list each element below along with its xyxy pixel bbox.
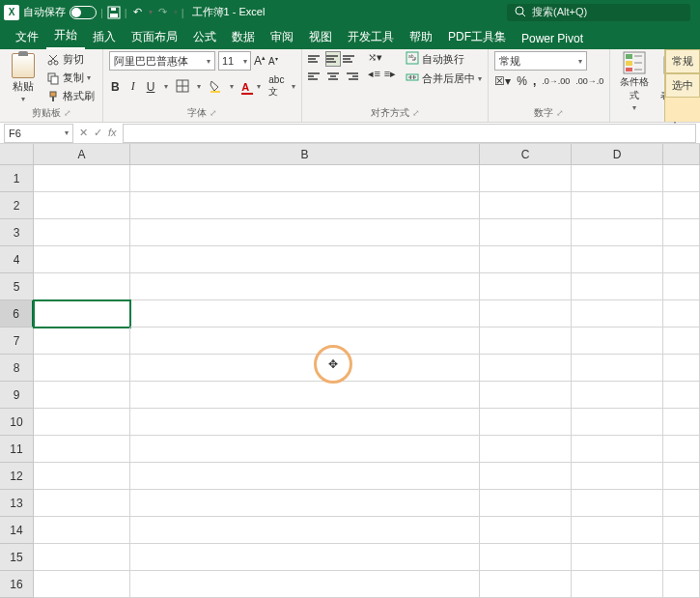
search-box[interactable]: 搜索(Alt+Q)	[507, 4, 690, 21]
cell[interactable]	[130, 273, 480, 300]
cell[interactable]	[663, 571, 700, 598]
cell[interactable]	[663, 544, 700, 571]
cell[interactable]	[572, 517, 663, 544]
autosave-toggle[interactable]	[70, 6, 97, 19]
cell[interactable]	[572, 436, 663, 463]
redo-icon[interactable]: ↷	[156, 6, 170, 19]
cell[interactable]	[572, 327, 663, 355]
column-header[interactable]: D	[572, 144, 663, 165]
cell[interactable]	[34, 571, 130, 598]
fill-color-button[interactable]	[209, 79, 222, 95]
row-header[interactable]: 5	[0, 273, 34, 300]
cell[interactable]	[572, 355, 663, 382]
increase-indent-icon[interactable]: ≡▸	[384, 68, 396, 80]
cell[interactable]	[572, 219, 663, 246]
cell[interactable]	[572, 300, 663, 327]
cell[interactable]	[34, 219, 130, 246]
cell[interactable]	[130, 382, 480, 409]
cell[interactable]	[572, 571, 663, 598]
cell[interactable]	[34, 246, 130, 273]
cell[interactable]	[34, 273, 130, 300]
cell[interactable]	[572, 490, 663, 517]
cell[interactable]	[34, 327, 130, 355]
cell[interactable]	[480, 355, 572, 382]
decrease-decimal-button[interactable]: .00→.0	[575, 76, 603, 86]
align-right-icon[interactable]	[343, 69, 358, 84]
cell[interactable]	[480, 192, 572, 219]
cell[interactable]	[663, 409, 700, 436]
tab-insert[interactable]: 插入	[85, 25, 124, 49]
tab-view[interactable]: 视图	[301, 25, 340, 49]
row-header[interactable]: 3	[0, 219, 34, 246]
cell[interactable]	[34, 544, 130, 571]
copy-button[interactable]: 复制 ▾	[44, 70, 97, 86]
cell[interactable]	[572, 544, 663, 571]
cell[interactable]	[34, 490, 130, 517]
cell[interactable]	[130, 355, 480, 382]
row-header[interactable]: 10	[0, 409, 34, 436]
cell[interactable]	[130, 192, 480, 219]
cell[interactable]	[130, 490, 480, 517]
cell[interactable]	[130, 544, 480, 571]
phonetic-button[interactable]: abc文	[268, 74, 284, 99]
tab-developer[interactable]: 开发工具	[340, 25, 402, 49]
font-name-dropdown[interactable]: 阿里巴巴普惠体 ▾	[109, 51, 215, 71]
cell[interactable]	[480, 382, 572, 409]
enter-icon[interactable]: ✓	[94, 127, 102, 139]
cell[interactable]	[572, 409, 663, 436]
cell[interactable]	[34, 382, 130, 409]
increase-font-icon[interactable]: A▴	[254, 54, 266, 68]
row-header[interactable]: 11	[0, 436, 34, 463]
redo-menu-icon[interactable]: ▾	[174, 8, 178, 16]
dialog-launcher-icon[interactable]: ⤢	[210, 108, 217, 118]
align-middle-icon[interactable]	[325, 51, 341, 67]
decrease-font-icon[interactable]: A▾	[268, 55, 278, 67]
cell[interactable]	[34, 300, 130, 327]
cell[interactable]	[663, 517, 700, 544]
cell[interactable]	[572, 463, 663, 490]
cell[interactable]	[34, 192, 130, 219]
orientation-button[interactable]: ⤭▾	[368, 51, 382, 64]
cell[interactable]	[480, 273, 572, 300]
cell[interactable]	[34, 355, 130, 382]
cell[interactable]	[34, 436, 130, 463]
formula-bar[interactable]	[123, 124, 696, 143]
tab-data[interactable]: 数据	[224, 25, 263, 49]
increase-decimal-button[interactable]: .0→.00	[542, 76, 570, 86]
cell[interactable]	[130, 571, 480, 598]
tab-power-pivot[interactable]: Power Pivot	[514, 28, 591, 49]
dialog-launcher-icon[interactable]: ⤢	[64, 108, 71, 118]
cell[interactable]	[572, 165, 663, 192]
borders-button[interactable]	[176, 79, 189, 95]
cell[interactable]	[572, 192, 663, 219]
cell[interactable]	[663, 165, 700, 192]
format-painter-button[interactable]: 格式刷	[44, 88, 97, 104]
cell[interactable]	[480, 165, 572, 192]
fx-icon[interactable]: fx	[108, 127, 117, 139]
undo-icon[interactable]: ↶	[131, 6, 145, 19]
cell[interactable]	[130, 517, 480, 544]
wrap-text-button[interactable]: ab 自动换行	[406, 51, 482, 67]
cell[interactable]	[663, 355, 700, 382]
cell[interactable]	[480, 571, 572, 598]
cell[interactable]	[663, 219, 700, 246]
font-size-dropdown[interactable]: 11 ▾	[218, 51, 251, 71]
cell[interactable]	[663, 463, 700, 490]
cell[interactable]	[480, 327, 572, 355]
row-header[interactable]: 16	[0, 571, 34, 598]
cell[interactable]	[130, 219, 480, 246]
tab-pdf-tools[interactable]: PDF工具集	[440, 25, 514, 49]
cell[interactable]	[130, 300, 480, 327]
name-box[interactable]: F6 ▾	[4, 124, 73, 143]
row-header[interactable]: 6	[0, 300, 34, 327]
save-icon[interactable]	[107, 6, 121, 19]
cell[interactable]	[480, 300, 572, 327]
italic-button[interactable]: I	[129, 78, 137, 95]
cell[interactable]	[572, 246, 663, 273]
row-header[interactable]: 2	[0, 192, 34, 219]
row-header[interactable]: 4	[0, 246, 34, 273]
align-left-icon[interactable]	[308, 69, 323, 84]
row-header[interactable]: 7	[0, 327, 34, 355]
cell[interactable]	[130, 246, 480, 273]
cell[interactable]	[663, 300, 700, 327]
